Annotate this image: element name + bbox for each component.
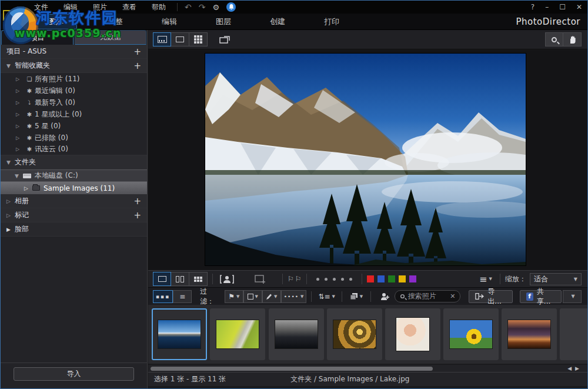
maximize-button[interactable]: ☐ bbox=[554, 3, 571, 11]
viewer-mode-grid-button[interactable] bbox=[189, 32, 208, 46]
tab-create[interactable]: 创建 bbox=[262, 15, 293, 29]
expand-icon[interactable]: ▷ bbox=[16, 77, 24, 82]
export-button[interactable]: 导出... bbox=[469, 290, 512, 303]
pan-tool-button[interactable] bbox=[563, 32, 582, 46]
menu-help[interactable]: 帮助 bbox=[144, 2, 173, 12]
clear-search-icon[interactable]: ✕ bbox=[450, 292, 455, 300]
tags-header[interactable]: ▷ 标记 + bbox=[1, 208, 147, 222]
sidebar-item-latest-import[interactable]: ▷ ⤵ 最新导入 (0) bbox=[1, 97, 147, 108]
sidebar-item-recently-edited[interactable]: ▷ ✱ 最近编辑 (0) bbox=[1, 85, 147, 97]
undo-icon[interactable]: ↶ bbox=[181, 2, 195, 12]
close-button[interactable]: ✕ bbox=[571, 3, 587, 11]
scroll-left-icon[interactable]: ◀ bbox=[567, 365, 575, 371]
rating-dot-2[interactable] bbox=[325, 278, 328, 281]
info-list-dropdown[interactable]: ≡▼ bbox=[476, 272, 495, 285]
tab-library[interactable]: 图库 bbox=[35, 14, 77, 29]
sidebar-item-five-star[interactable]: ▷ ✱ 5 星 (0) bbox=[1, 120, 147, 132]
settings-gear-icon[interactable]: ⚙ bbox=[209, 3, 223, 12]
expand-icon[interactable]: ▷ bbox=[16, 100, 24, 105]
photo-canvas[interactable] bbox=[148, 50, 587, 270]
minimize-button[interactable]: – bbox=[540, 3, 554, 11]
sidebar-item-cyberlink-cloud[interactable]: ▷ ✱ 讯连云 (0) bbox=[1, 144, 147, 155]
add-region-button[interactable] bbox=[251, 272, 269, 286]
albums-header[interactable]: ▷ 相册 + bbox=[1, 194, 147, 208]
zoom-tool-button[interactable] bbox=[545, 32, 563, 46]
thumbnail-sunset-storm[interactable] bbox=[502, 308, 557, 360]
scrollbar-thumb[interactable] bbox=[151, 367, 433, 371]
thumbnail-woman-portrait[interactable] bbox=[385, 308, 440, 360]
color-label-yellow[interactable] bbox=[399, 275, 406, 282]
menu-view[interactable]: 查看 bbox=[115, 2, 144, 12]
collapse-icon[interactable]: ▼ bbox=[15, 173, 23, 179]
face-tag-button[interactable] bbox=[218, 272, 236, 286]
photo-lake-jpg[interactable] bbox=[205, 54, 526, 265]
sidebar-item-sample-images[interactable]: ▷ Sample Images (11) bbox=[1, 182, 147, 194]
tab-print[interactable]: 打印 bbox=[316, 15, 348, 29]
add-smart-collection-button[interactable]: + bbox=[133, 61, 141, 71]
expand-icon[interactable]: ▷ bbox=[16, 88, 24, 94]
flag-reject-icon[interactable]: ⚐ bbox=[295, 275, 302, 283]
expand-icon[interactable]: ▷ bbox=[6, 212, 15, 218]
viewer-mode-filmstrip-button[interactable] bbox=[153, 32, 171, 46]
dual-display-button[interactable] bbox=[216, 32, 234, 46]
thumbnail-view-button[interactable]: ▪▪▪ bbox=[153, 290, 173, 303]
color-label-blue[interactable] bbox=[377, 275, 385, 282]
filter-edited-dropdown[interactable]: ▼ bbox=[262, 290, 281, 303]
tab-project[interactable]: 项目 bbox=[1, 30, 74, 45]
expand-icon[interactable]: ▷ bbox=[16, 135, 24, 141]
sidebar-item-one-star-up[interactable]: ▷ ✱ 1 星或以上 (0) bbox=[1, 108, 147, 120]
color-label-red[interactable] bbox=[367, 275, 374, 282]
expand-icon[interactable]: ▷ bbox=[16, 124, 24, 129]
tab-edit[interactable]: 编辑 bbox=[153, 15, 185, 29]
rating-dot-3[interactable] bbox=[333, 278, 336, 281]
collapse-icon[interactable]: ▼ bbox=[6, 159, 15, 165]
tab-layers[interactable]: 图层 bbox=[208, 15, 239, 29]
stack-dropdown[interactable]: ▼ bbox=[347, 290, 366, 303]
rating-dot-5[interactable] bbox=[349, 278, 352, 281]
tab-adjust[interactable]: 调整 bbox=[99, 15, 131, 29]
faces-header[interactable]: ▶ 脸部 bbox=[1, 222, 147, 237]
single-view-button[interactable] bbox=[153, 272, 171, 286]
expand-solid-icon[interactable]: ▶ bbox=[6, 227, 15, 232]
thumbnail-golden-spiral[interactable] bbox=[327, 308, 382, 360]
expand-icon[interactable]: ▷ bbox=[24, 185, 32, 191]
sidebar-item-excluded[interactable]: ▷ ✱ 已排除 (0) bbox=[1, 132, 147, 144]
menu-edit[interactable]: 编辑 bbox=[56, 2, 85, 12]
list-view-button[interactable]: ≡ bbox=[173, 290, 192, 303]
rating-dot-4[interactable] bbox=[341, 278, 344, 281]
help-button[interactable]: ? bbox=[526, 3, 540, 11]
tab-metadata[interactable]: 元数据 bbox=[75, 30, 147, 45]
redo-icon[interactable]: ↷ bbox=[195, 2, 209, 12]
import-button[interactable]: 导入 bbox=[14, 367, 134, 381]
expand-icon[interactable]: ▷ bbox=[16, 112, 24, 117]
add-project-button[interactable]: + bbox=[133, 46, 141, 57]
rating-dot-1[interactable] bbox=[316, 278, 319, 281]
thumbnail-sunflower[interactable] bbox=[443, 308, 499, 360]
color-label-green[interactable] bbox=[388, 275, 395, 282]
add-tag-button[interactable]: + bbox=[133, 210, 141, 221]
add-face-button[interactable] bbox=[376, 290, 395, 303]
color-label-purple[interactable] bbox=[409, 275, 416, 282]
expand-icon[interactable]: ▷ bbox=[16, 147, 24, 152]
collapse-icon[interactable]: ▼ bbox=[6, 63, 15, 69]
scroll-right-icon[interactable]: ▶ bbox=[575, 365, 583, 371]
thumbnail-lake-mountain[interactable] bbox=[152, 308, 207, 360]
thumbnail-light-partial[interactable] bbox=[560, 308, 588, 360]
thumbnail-dark-lake-boat[interactable] bbox=[269, 308, 324, 360]
sidebar-item-local-disk[interactable]: ▼ 本地磁盘 (C:) bbox=[1, 169, 147, 182]
sort-dropdown[interactable]: ⇅≡▼ bbox=[316, 290, 337, 303]
flag-pick-icon[interactable]: ⚐ bbox=[288, 275, 295, 283]
thumbnail-scrollbar[interactable]: ◀▶ bbox=[148, 365, 587, 372]
add-album-button[interactable]: + bbox=[133, 196, 141, 207]
filter-label-dropdown[interactable]: ▼ bbox=[243, 290, 262, 303]
compare-view-button[interactable] bbox=[171, 272, 189, 286]
filter-rating-dropdown[interactable]: ••••▼ bbox=[281, 290, 307, 303]
share-button[interactable]: f 共享... bbox=[520, 290, 562, 303]
viewer-mode-single-button[interactable] bbox=[171, 32, 189, 46]
zoom-level-select[interactable]: 适合 ▼ bbox=[530, 273, 582, 285]
menu-photo[interactable]: 照片 bbox=[85, 2, 115, 12]
smart-collection-header[interactable]: ▼ 智能收藏夹 + bbox=[1, 59, 147, 73]
menu-file[interactable]: 文件 bbox=[26, 2, 56, 12]
thumbnail-bicycle-meadow[interactable] bbox=[210, 308, 265, 360]
search-photos-input[interactable]: 搜索照片 ✕ bbox=[395, 290, 461, 302]
